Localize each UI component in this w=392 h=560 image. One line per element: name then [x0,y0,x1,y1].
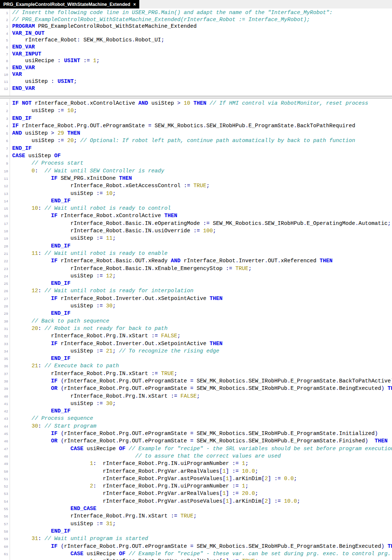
code-line[interactable]: 9END_VAR [0,65,392,72]
code-line[interactable]: 10VAR [0,71,392,78]
code-line[interactable]: 1// Insert the following code line in US… [0,10,392,17]
code-line[interactable]: 24 usiStep := 12; [0,273,392,280]
code-line[interactable]: 8CASE usiStep OF [0,152,392,160]
keyword-token: AND [171,258,180,264]
code-line[interactable]: 2 usiStep := 10; [0,107,392,115]
code-line[interactable]: 47 CASE usiRecipe OF // Example for "rec… [0,445,392,453]
code-line[interactable]: 58 END_IF [0,528,392,535]
code-token: := [232,483,239,489]
code-text: PROGRAM PRG_ExampleControlRobot_WithStat… [10,23,392,30]
code-line[interactable]: 9 // Process start [0,160,392,167]
code-line[interactable]: 50 rInterface_Robot.PrgVar.arRealValues[… [0,468,392,475]
code-token: usiStep [25,153,54,159]
line-number: 59 [0,536,10,543]
code-token: . [122,513,126,519]
code-line[interactable]: 49 1: rInterface_Robot.Prg.IN.uiProgramN… [0,460,392,468]
code-line[interactable]: 60 IF (rInterface_Robot.Prg.OUT.eProgram… [0,543,392,550]
code-text: usiStep := 31; [10,520,392,527]
code-line[interactable]: 5AND usiStep > 29 THEN [0,130,392,137]
code-line[interactable]: 42 END_IF [0,408,392,415]
code-line[interactable]: 51 rInterface_Robot.PrgVar.astPoseValues… [0,475,392,483]
code-line[interactable]: 27 IF rInterface_Robot.Inverter.Out.xSet… [0,295,392,303]
line-number: 5 [0,131,10,137]
st-editor-window: PRG_ExampleControlRobot_WithStateMachine… [0,0,392,560]
code-line[interactable]: 6END_VAR [0,44,392,51]
tab-close-icon[interactable]: × [133,2,136,7]
code-line[interactable]: 28 usiStep := 30; [0,303,392,310]
code-line[interactable]: 4VAR_IN_OUT [0,30,392,37]
code-line[interactable]: 21 11: // Wait until robot is ready to e… [0,250,392,257]
code-line[interactable]: 56 rInterface_Robot.Prg.IN.xStart := TRU… [0,513,392,520]
code-line[interactable]: 16 IF rInterface_Robot.xControlActive TH… [0,212,392,220]
code-line[interactable]: 8 usiRecipe : USINT := 1; [0,58,392,65]
code-line[interactable]: 37 rInterface_Robot.Prg.IN.xStart := TRU… [0,370,392,378]
code-line[interactable]: 7END_IF [0,145,392,152]
code-line[interactable]: 41 usiStep := 30; [0,400,392,408]
code-line[interactable]: 10 0: // Wait until SEW Controller is re… [0,168,392,175]
code-line[interactable]: 30 // Back to path sequence [0,318,392,325]
code-line[interactable]: 3END_IF [0,115,392,122]
code-line[interactable]: 54 rInterface_Robot.PrgVar.astPoseValues… [0,498,392,505]
code-token: := [151,371,158,377]
code-line[interactable]: 26 12: // Wait until robot is ready for … [0,287,392,295]
code-line[interactable]: 31 20: // Robot is not ready for back to… [0,325,392,333]
code-line[interactable]: 11 usiStep : USINT; [0,78,392,85]
code-line[interactable]: 39 OR (rInterface_Robot.Prg.OUT.eProgram… [0,385,392,392]
code-line[interactable]: 3PROGRAM PRG_ExampleControlRobot_WithSta… [0,23,392,30]
code-token: rInterface_Robot [96,461,155,466]
code-line[interactable]: 45 IF (rInterface_Robot.Prg.OUT.eProgram… [0,430,392,438]
code-token: BeingExecuted [339,385,381,391]
code-line[interactable]: 53 rInterface_Robot.PrgVar.arRealValues[… [0,490,392,497]
code-line[interactable]: 13 usiStep := 10; [0,190,392,198]
code-line[interactable]: 6 usiStep := 20; // Optional: If robot l… [0,137,392,145]
code-line[interactable]: 12 rInterface_Robot.xGetAccessControl :=… [0,182,392,190]
code-line[interactable]: 48 // to assure that the correct values … [0,453,392,460]
declaration-editor[interactable]: 1// Insert the following code line in US… [0,9,392,96]
code-line[interactable]: 46 OR (rInterface_Robot.Prg.OUT.eProgram… [0,438,392,445]
comment-token: // Insert the following code line in USE… [12,10,333,16]
code-line[interactable]: 29 END_IF [0,310,392,317]
code-line[interactable]: 23 rInterface_Robot.Basic.IN.xEnable_Eme… [0,265,392,273]
code-line[interactable]: 36 21: // Execute back to path [0,362,392,370]
code-line[interactable]: 18 rInterface_Robot.Basic.IN.usiOverride… [0,227,392,235]
code-line[interactable]: 35 END_IF [0,355,392,362]
code-token: 1 [90,558,93,560]
code-line[interactable]: 52 2: rInterface_Robot.Prg.IN.uiProgramN… [0,483,392,490]
code-line[interactable]: 25 END_IF [0,280,392,287]
code-line[interactable]: 15 10: // Wait until robot is ready to c… [0,205,392,212]
code-line[interactable]: 5 rInterface_Robot: SEW_MK_Robotics.Robo… [0,37,392,44]
code-token: xStart [129,333,151,339]
code-line[interactable]: 61 CASE usiRecipe OF // Example for "rec… [0,550,392,558]
section-splitter[interactable] [0,96,392,99]
code-line[interactable]: 7VAR_INPUT [0,51,392,58]
code-line[interactable]: 34 usiStep := 21; // To recognize the ri… [0,348,392,355]
code-line[interactable]: 17 rInterface_Robot.Basic.IN.eOperatingM… [0,220,392,227]
code-line[interactable]: 62 1: rInterface_Robot.PrgVar.axBoolValu… [0,558,392,560]
code-line[interactable]: 22 IF rInterface_Robot.Basic.OUT.xReady … [0,257,392,265]
code-line[interactable]: 40 rInterface_Robot.Prg.IN.xStart := FAL… [0,393,392,400]
code-token: usiStep [12,348,96,354]
code-token [12,378,51,384]
code-token: OUT [132,378,142,384]
implementation-editor[interactable]: 1IF NOT rInterface_Robot.xControlActive … [0,99,392,560]
code-token: rInterface_Robot [64,385,116,391]
code-line[interactable]: 1IF NOT rInterface_Robot.xControlActive … [0,100,392,107]
code-line[interactable]: 32 rInterface_Robot.Prg.IN.xStart := FAL… [0,333,392,340]
code-token: rInterface_Robot [58,213,113,219]
code-line[interactable]: 55 END_CASE [0,505,392,513]
code-line[interactable]: 20 END_IF [0,243,392,250]
code-line[interactable]: 43 // Process sequence [0,415,392,422]
code-token: 10 [32,205,38,211]
code-line[interactable]: 19 usiStep := 11; [0,235,392,242]
code-line[interactable]: 11 IF SEW_PRG.xInitDone THEN [0,175,392,182]
tab-prg-example-control-robot[interactable]: PRG_ExampleControlRobot_WithStateMachine… [0,0,139,9]
code-line[interactable]: 44 30: // Start program [0,423,392,430]
code-line[interactable]: 33 IF rInterface_Robot.Inverter.Out.xSet… [0,340,392,348]
code-line[interactable]: 4IF rInterface_Robot.Prg.OUT.eProgramSta… [0,122,392,130]
code-line[interactable]: 38 IF (rInterface_Robot.Prg.OUT.eProgram… [0,378,392,385]
code-line[interactable]: 2// PRG_ExampleControlRobot_WithStateMac… [0,17,392,24]
code-line[interactable]: 59 31: // Wait until program is started [0,535,392,543]
code-line[interactable]: 12END_VAR [0,85,392,92]
code-line[interactable]: 57 usiStep := 31; [0,520,392,528]
code-line[interactable]: 14 END_IF [0,198,392,205]
